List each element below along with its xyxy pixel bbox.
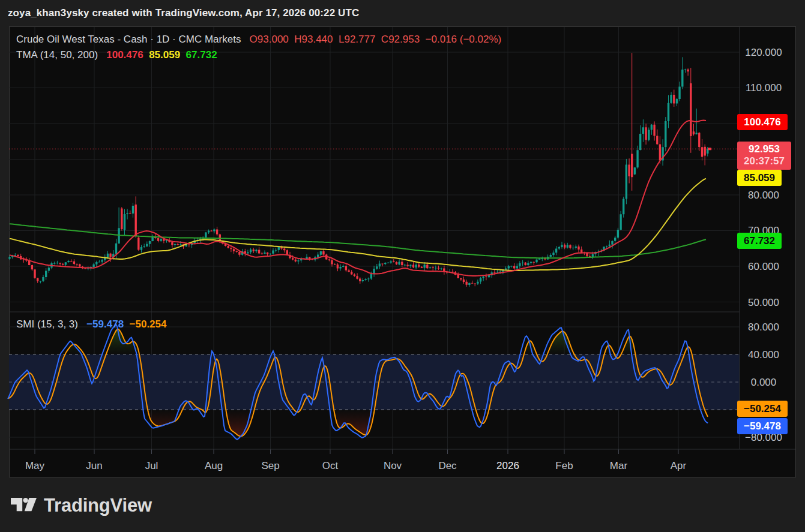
svg-text:120.000: 120.000	[745, 47, 782, 58]
svg-text:Sep: Sep	[261, 460, 279, 471]
svg-text:Apr: Apr	[671, 460, 687, 471]
svg-text:Jul: Jul	[145, 460, 158, 471]
svg-text:Jun: Jun	[86, 460, 102, 471]
svg-text:80.000: 80.000	[748, 190, 779, 201]
svg-text:2026: 2026	[496, 460, 519, 471]
svg-text:TradingView: TradingView	[44, 497, 152, 516]
svg-text:50.000: 50.000	[748, 297, 779, 308]
svg-text:Feb: Feb	[555, 460, 573, 471]
svg-text:80.000: 80.000	[748, 321, 779, 333]
svg-text:60.000: 60.000	[748, 261, 779, 272]
svg-text:40.000: 40.000	[748, 349, 779, 360]
svg-text:Nov: Nov	[384, 460, 402, 471]
svg-text:Dec: Dec	[438, 460, 457, 471]
svg-text:Oct: Oct	[322, 460, 339, 471]
svg-text:Mar: Mar	[610, 460, 628, 471]
svg-text:Aug: Aug	[205, 460, 223, 471]
svg-text:110.000: 110.000	[746, 82, 782, 94]
svg-text:May: May	[25, 460, 45, 471]
svg-text:0.000: 0.000	[751, 377, 777, 388]
